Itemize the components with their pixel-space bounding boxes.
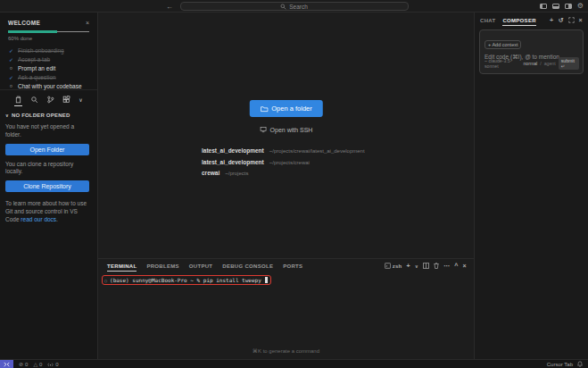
open-a-folder-label: Open a folder <box>271 105 311 113</box>
mode-normal-toggle[interactable]: normal <box>523 61 537 66</box>
submit-button[interactable]: submit ↵ <box>559 57 579 70</box>
tab-ports[interactable]: PORTS <box>283 263 302 269</box>
recent-item[interactable]: crewai ~/projects <box>202 170 365 176</box>
check-icon: ✓ <box>8 47 14 54</box>
onboarding-checklist: ✓ Finish onboarding ✓ Accept a tab ○ Pro… <box>8 46 89 90</box>
chat-tab-bar: CHAT COMPOSER + ↺ × <box>475 13 588 28</box>
recent-name-link[interactable]: latest_ai_development <box>202 147 264 154</box>
open-folder-button[interactable]: Open Folder <box>5 144 89 155</box>
shell-selector[interactable]: zsh <box>385 263 402 269</box>
nav-back-button[interactable]: ← <box>166 3 173 11</box>
more-actions-icon[interactable]: ⋯ <box>443 263 450 270</box>
new-chat-icon[interactable]: + <box>550 17 553 23</box>
task-finish-onboarding[interactable]: ✓ Finish onboarding <box>8 46 89 54</box>
mode-separator: / <box>540 61 541 66</box>
read-our-docs-link[interactable]: read our docs <box>21 216 56 222</box>
tab-terminal[interactable]: TERMINAL <box>107 263 137 272</box>
errors-indicator[interactable]: ⊘ 0 <box>19 361 28 367</box>
tab-problems[interactable]: PROBLEMS <box>146 263 178 269</box>
open-with-ssh-button[interactable]: Open with SSH <box>260 126 313 133</box>
recent-item[interactable]: latest_ai_development ~/projects/crewai/… <box>202 147 365 154</box>
kill-terminal-trash-icon[interactable] <box>434 263 439 269</box>
no-folder-text: You have not yet opened a folder. <box>5 123 89 139</box>
close-icon[interactable]: × <box>86 20 89 26</box>
git-docs-text-suffix: . <box>56 216 58 222</box>
command-decoration-icon: ○ <box>104 278 107 283</box>
extensions-icon[interactable] <box>62 96 70 104</box>
warning-icon: △ <box>33 361 37 367</box>
recent-projects-list: latest_ai_development ~/projects/crewai/… <box>202 147 365 181</box>
tab-chat[interactable]: CHAT <box>480 18 495 23</box>
toggle-bottom-panel-icon[interactable] <box>552 4 559 9</box>
toggle-left-sidebar-icon[interactable] <box>540 4 547 9</box>
task-label: Accept a tab <box>18 56 50 63</box>
search-icon[interactable] <box>30 96 38 104</box>
app-window: ← → Search ⚙ WELCOME × 60 <box>0 0 588 368</box>
sidebar-view-switcher: ∨ <box>0 90 97 108</box>
welcome-title: WELCOME <box>8 20 40 26</box>
explorer-files-icon[interactable] <box>14 96 22 106</box>
recent-item[interactable]: latest_ai_development ~/projects/crewai <box>202 159 365 165</box>
task-label: Finish onboarding <box>18 47 64 54</box>
bell-icon[interactable] <box>577 361 583 367</box>
history-icon[interactable]: ↺ <box>558 17 563 24</box>
check-icon: ✓ <box>8 56 14 63</box>
add-context-chip[interactable]: + Add context <box>484 40 521 49</box>
titlebar: ← → Search ⚙ <box>0 0 588 13</box>
terminal-cursor <box>265 277 269 283</box>
recent-name-link[interactable]: crewai <box>202 170 219 176</box>
remote-indicator-button[interactable] <box>0 360 13 368</box>
onboarding-progress-bar <box>8 30 89 33</box>
folder-icon <box>260 105 268 113</box>
error-count: 0 <box>25 362 28 367</box>
task-accept-a-tab[interactable]: ✓ Accept a tab <box>8 54 89 63</box>
circle-icon: ○ <box>8 83 14 88</box>
progress-label: 60% done <box>8 36 89 41</box>
terminal-dropdown-icon[interactable]: ∨ <box>415 263 418 269</box>
cursor-tab-status[interactable]: Cursor Tab <box>547 362 573 367</box>
composer-input-box[interactable]: + Add context Edit code (⌘I), @ to menti… <box>479 29 584 74</box>
close-icon[interactable]: × <box>579 17 583 23</box>
search-box[interactable]: Search <box>180 2 409 11</box>
source-control-icon[interactable] <box>46 96 54 104</box>
clone-text: You can clone a repository locally. <box>5 161 89 177</box>
close-panel-icon[interactable]: × <box>463 263 467 269</box>
tab-output[interactable]: OUTPUT <box>189 263 212 269</box>
maximize-panel-icon[interactable]: ^ <box>454 263 458 269</box>
recent-name-link[interactable]: latest_ai_development <box>202 159 264 165</box>
progress-fill <box>8 30 57 33</box>
model-selector[interactable]: ~ claude-3.5-sonnet <box>484 58 523 69</box>
open-as-pane-icon[interactable] <box>568 17 575 23</box>
task-prompt-an-edit[interactable]: ○ Prompt an edit <box>8 63 89 72</box>
new-terminal-icon[interactable]: + <box>407 263 410 269</box>
task-label: Prompt an edit <box>18 65 55 71</box>
terminal-content[interactable]: ○ (base) sunny@MacBook-Pro ~ % pip insta… <box>98 272 474 285</box>
status-bar: ⊘ 0 △ 0 0 Cursor Tab <box>0 359 588 368</box>
tab-composer[interactable]: COMPOSER <box>502 18 535 26</box>
recent-path: ~/projects <box>225 171 248 176</box>
chevron-down-icon[interactable]: ∨ <box>79 96 82 103</box>
settings-gear-icon[interactable]: ⚙ <box>577 3 584 10</box>
tab-debug-console[interactable]: DEBUG CONSOLE <box>222 263 273 269</box>
toggle-right-sidebar-icon[interactable] <box>565 4 572 9</box>
task-ask-a-question[interactable]: ✓ Ask a question <box>8 72 89 81</box>
split-terminal-icon[interactable] <box>423 263 429 269</box>
ports-indicator[interactable]: 0 <box>47 362 58 367</box>
editor-welcome-area: Open a folder Open with SSH latest_ai_de… <box>98 13 474 258</box>
task-label: Chat with your codebase <box>18 83 82 89</box>
clone-repository-button[interactable]: Clone Repository <box>5 180 89 192</box>
task-chat-with-codebase[interactable]: ○ Chat with your codebase <box>8 81 89 90</box>
search-icon <box>280 4 286 10</box>
mode-agent-toggle[interactable]: agent <box>544 61 556 66</box>
recent-path: ~/projects/crewai <box>269 160 310 165</box>
explorer-section: ∨ NO FOLDER OPENED You have not yet open… <box>0 108 97 223</box>
open-a-folder-button[interactable]: Open a folder <box>249 100 322 117</box>
terminal-ai-hint: ⌘K to generate a command <box>98 347 474 354</box>
warnings-indicator[interactable]: △ 0 <box>33 361 42 367</box>
task-label: Ask a question <box>18 74 56 80</box>
circle-icon: ○ <box>8 65 14 71</box>
chat-panel: CHAT COMPOSER + ↺ × + Add context Edit c… <box>474 13 588 359</box>
terminal-panel: TERMINAL PROBLEMS OUTPUT DEBUG CONSOLE P… <box>98 258 474 359</box>
panel-tab-bar: TERMINAL PROBLEMS OUTPUT DEBUG CONSOLE P… <box>98 259 474 272</box>
no-folder-section-header[interactable]: ∨ NO FOLDER OPENED <box>5 113 89 118</box>
